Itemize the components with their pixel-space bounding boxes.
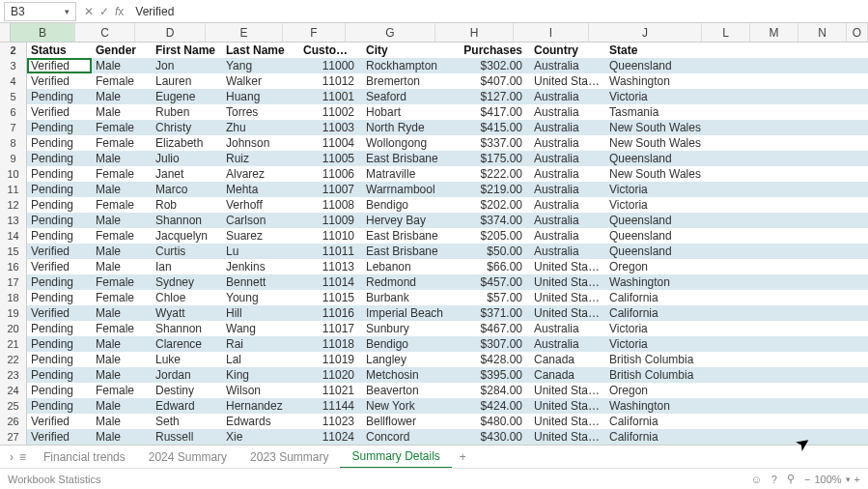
add-sheet-button[interactable]: + (452, 446, 474, 468)
empty-cell[interactable] (863, 367, 868, 383)
data-cell[interactable]: Hobart (362, 104, 452, 120)
data-cell[interactable]: 11013 (299, 259, 362, 274)
empty-cell[interactable] (718, 228, 767, 244)
row-header[interactable]: 25 (0, 398, 27, 414)
data-cell[interactable]: $50.00 (452, 244, 530, 259)
header-cell[interactable]: State (605, 43, 718, 58)
data-cell[interactable]: Bellflower (362, 414, 452, 429)
row-header[interactable]: 4 (0, 73, 27, 89)
row-header[interactable]: 23 (0, 367, 27, 383)
empty-cell[interactable] (718, 321, 767, 336)
data-cell[interactable]: California (605, 429, 718, 445)
data-cell[interactable]: United States (530, 429, 605, 445)
data-cell[interactable]: $337.00 (452, 135, 530, 151)
empty-cell[interactable] (767, 228, 815, 244)
data-cell[interactable]: East Brisbane (362, 244, 452, 259)
empty-cell[interactable] (863, 352, 868, 367)
data-cell[interactable]: Male (92, 414, 152, 429)
data-cell[interactable]: Australia (530, 135, 605, 151)
empty-cell[interactable] (863, 259, 868, 274)
data-cell[interactable]: Warrnambool (362, 182, 452, 197)
empty-cell[interactable] (718, 120, 767, 135)
data-cell[interactable]: Male (92, 104, 152, 120)
data-cell[interactable]: Rob (152, 197, 222, 213)
empty-cell[interactable] (863, 228, 868, 244)
empty-cell[interactable] (767, 336, 815, 352)
data-cell[interactable]: Verified (27, 429, 92, 445)
row-header[interactable]: 11 (0, 182, 27, 197)
data-cell[interactable]: Australia (530, 89, 605, 104)
data-cell[interactable]: Australia (530, 336, 605, 352)
data-cell[interactable]: Yang (222, 58, 299, 73)
empty-cell[interactable] (815, 429, 863, 445)
data-cell[interactable]: Zhu (222, 120, 299, 135)
data-cell[interactable]: Canada (530, 367, 605, 383)
data-cell[interactable]: Lebanon (362, 259, 452, 274)
empty-cell[interactable] (863, 290, 868, 305)
header-cell[interactable]: Status (27, 43, 92, 58)
data-cell[interactable]: Victoria (605, 321, 718, 336)
data-cell[interactable]: Female (92, 290, 152, 305)
data-cell[interactable]: Australia (530, 104, 605, 120)
empty-cell[interactable] (767, 290, 815, 305)
empty-cell[interactable] (815, 89, 863, 104)
data-cell[interactable]: 11005 (299, 151, 362, 166)
column-header[interactable]: D (135, 23, 206, 42)
data-cell[interactable]: Beaverton (362, 383, 452, 398)
empty-cell[interactable] (815, 166, 863, 182)
data-cell[interactable]: Australia (530, 197, 605, 213)
data-cell[interactable]: Edward (152, 398, 222, 414)
empty-cell[interactable] (718, 151, 767, 166)
data-cell[interactable]: Verified (27, 58, 92, 73)
empty-cell[interactable] (815, 213, 863, 228)
column-header[interactable]: F (283, 23, 346, 42)
data-cell[interactable]: Concord (362, 429, 452, 445)
data-cell[interactable]: Male (92, 151, 152, 166)
empty-cell[interactable] (767, 274, 815, 290)
empty-cell[interactable] (718, 73, 767, 89)
data-cell[interactable]: Lu (222, 244, 299, 259)
data-cell[interactable]: Carlson (222, 213, 299, 228)
row-header[interactable]: 19 (0, 305, 27, 321)
data-cell[interactable]: Elizabeth (152, 135, 222, 151)
empty-cell[interactable] (863, 135, 868, 151)
data-cell[interactable]: 11006 (299, 166, 362, 182)
empty-cell[interactable] (863, 197, 868, 213)
data-cell[interactable]: King (222, 367, 299, 383)
empty-cell[interactable] (718, 182, 767, 197)
data-cell[interactable]: Alvarez (222, 166, 299, 182)
data-cell[interactable]: $66.00 (452, 259, 530, 274)
data-cell[interactable]: Washington (605, 274, 718, 290)
data-cell[interactable]: Pending (27, 383, 92, 398)
empty-cell[interactable] (718, 290, 767, 305)
empty-cell[interactable] (863, 104, 868, 120)
data-cell[interactable]: $205.00 (452, 228, 530, 244)
row-header[interactable]: 17 (0, 274, 27, 290)
data-cell[interactable]: $467.00 (452, 321, 530, 336)
data-cell[interactable]: Male (92, 213, 152, 228)
data-cell[interactable]: Male (92, 182, 152, 197)
data-cell[interactable]: Female (92, 120, 152, 135)
data-cell[interactable]: 11003 (299, 120, 362, 135)
empty-cell[interactable] (863, 182, 868, 197)
data-cell[interactable]: Marco (152, 182, 222, 197)
data-cell[interactable]: 11015 (299, 290, 362, 305)
row-header[interactable]: 3 (0, 58, 27, 73)
data-cell[interactable]: Pending (27, 89, 92, 104)
empty-cell[interactable] (863, 414, 868, 429)
empty-cell[interactable] (863, 166, 868, 182)
data-cell[interactable]: $428.00 (452, 352, 530, 367)
empty-cell[interactable] (863, 58, 868, 73)
data-cell[interactable]: 11011 (299, 244, 362, 259)
data-cell[interactable]: Pending (27, 321, 92, 336)
data-cell[interactable]: 11017 (299, 321, 362, 336)
data-cell[interactable]: $395.00 (452, 367, 530, 383)
data-cell[interactable]: Queensland (605, 58, 718, 73)
data-cell[interactable]: Pending (27, 197, 92, 213)
data-cell[interactable]: Queensland (605, 151, 718, 166)
data-cell[interactable]: 11010 (299, 228, 362, 244)
data-cell[interactable]: Australia (530, 58, 605, 73)
column-header[interactable]: C (75, 23, 135, 42)
data-cell[interactable]: $415.00 (452, 120, 530, 135)
data-cell[interactable]: United States (530, 398, 605, 414)
